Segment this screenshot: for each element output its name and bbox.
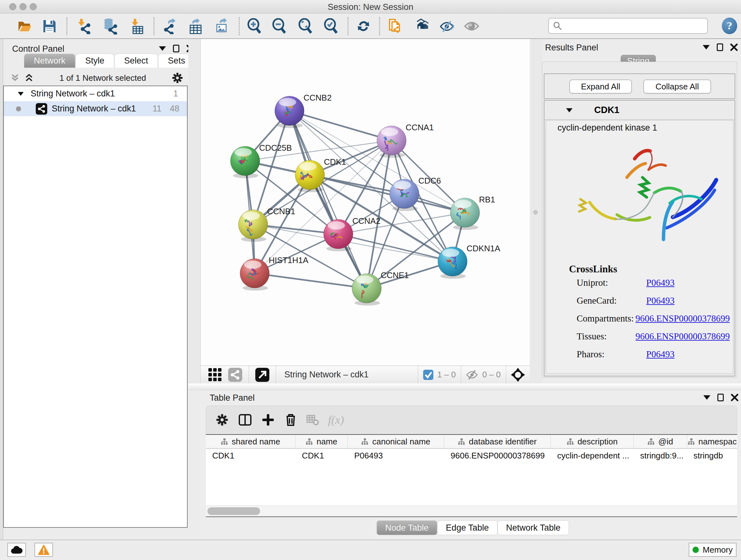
column-header[interactable]: namespac: [687, 435, 737, 448]
selected-checkbox-icon[interactable]: [423, 370, 433, 380]
table-toolbar: f(x): [206, 406, 737, 434]
crosslink-link[interactable]: 9606.ENSP00000378699: [635, 313, 730, 326]
cloud-button[interactable]: [7, 543, 26, 557]
network-share-view-icon[interactable]: [228, 368, 242, 382]
expand-all-button[interactable]: Expand All: [569, 79, 632, 94]
scrollbar-thumb[interactable]: [207, 507, 260, 515]
left-splitter[interactable]: [188, 39, 200, 383]
status-bar: Memory: [0, 540, 741, 560]
network-node-ccna2[interactable]: CCNA2: [324, 216, 381, 251]
birdseye-view-icon[interactable]: [255, 368, 269, 382]
open-session-button[interactable]: [17, 18, 32, 34]
results-panel-menu-icon[interactable]: [703, 45, 710, 50]
network-node-ccne1[interactable]: CCNE1: [352, 270, 409, 306]
table-options-gear-icon[interactable]: [216, 414, 228, 426]
network-share-icon: [36, 103, 47, 115]
help-button[interactable]: ?: [722, 17, 737, 34]
tab-network[interactable]: Network: [24, 54, 75, 68]
network-node-cdkn1a[interactable]: CDKN1A: [438, 244, 500, 279]
network-collection-row[interactable]: String Network – cdk1 1: [4, 86, 187, 101]
hide-panel-button[interactable]: [439, 18, 455, 34]
memory-button[interactable]: Memory: [689, 543, 737, 557]
network-row[interactable]: String Network – cdk1 11 48: [4, 101, 187, 116]
table-splitter[interactable]: [188, 383, 741, 390]
export-table-button[interactable]: [188, 18, 204, 34]
crosslink-link[interactable]: P06493: [646, 295, 675, 308]
network-edge[interactable]: [289, 111, 392, 140]
network-node-ccna1[interactable]: CCNA1: [377, 123, 434, 158]
results-panel-float-icon[interactable]: [717, 44, 723, 51]
home-button[interactable]: [413, 18, 429, 34]
tab-node-table[interactable]: Node Table: [377, 520, 437, 535]
network-node-hist1h1a[interactable]: HIST1H1A: [240, 255, 309, 291]
clone-network-button[interactable]: [388, 18, 404, 34]
selected-count: 1 – 0: [437, 370, 456, 380]
grid-view-icon[interactable]: [208, 368, 222, 382]
add-column-icon[interactable]: [262, 414, 274, 426]
table-panel-close-icon[interactable]: [731, 394, 738, 401]
delete-table-icon[interactable]: [307, 414, 319, 426]
zoom-fit-button[interactable]: [298, 18, 314, 34]
import-table-button[interactable]: [129, 18, 145, 34]
tab-select[interactable]: Select: [114, 54, 158, 68]
import-network-database-button[interactable]: [102, 18, 118, 34]
control-panel-float-icon[interactable]: [173, 45, 179, 52]
import-table-icon: [129, 18, 145, 34]
collapse-all-chevron-icon[interactable]: [10, 73, 20, 83]
export-network-button[interactable]: [162, 18, 178, 34]
right-splitter-handle[interactable]: [533, 210, 538, 214]
zoom-out-button[interactable]: [272, 18, 287, 34]
crosslinks-title: CrossLinks: [569, 263, 617, 275]
search-input[interactable]: [562, 21, 703, 31]
column-header[interactable]: shared name: [206, 435, 295, 448]
table-panel-float-icon[interactable]: [718, 394, 724, 401]
network-edge[interactable]: [310, 175, 465, 212]
node-label: CDC25B: [259, 143, 292, 152]
function-builder-button[interactable]: f(x): [328, 413, 344, 427]
export-table-icon: [188, 18, 204, 34]
search-box[interactable]: [548, 18, 708, 34]
table-header-row: shared name name canonical name database…: [206, 435, 737, 449]
crosslink-link[interactable]: 9606.ENSP00000378699: [635, 331, 730, 344]
import-network-file-button[interactable]: [76, 18, 91, 34]
column-header[interactable]: database identifier: [444, 435, 551, 448]
cdk1-section-header[interactable]: CDK1: [544, 101, 735, 120]
network-node-cdk1[interactable]: CDK1: [295, 157, 346, 192]
network-edge[interactable]: [255, 273, 367, 288]
tab-edge-table[interactable]: Edge Table: [437, 520, 497, 535]
hidden-eye-icon[interactable]: [466, 368, 478, 381]
cdk1-expander-icon[interactable]: [565, 107, 573, 113]
control-panel-menu-icon[interactable]: [159, 46, 166, 51]
warnings-button[interactable]: [35, 543, 53, 557]
network-node-cdc6[interactable]: CDC6: [390, 176, 441, 211]
zoom-selected-button[interactable]: [323, 18, 339, 34]
crosslink-link[interactable]: P06493: [646, 277, 675, 290]
refresh-view-button[interactable]: [355, 18, 372, 34]
tab-style[interactable]: Style: [75, 54, 114, 68]
zoom-in-button[interactable]: [247, 18, 263, 34]
save-session-button[interactable]: [42, 18, 57, 34]
column-header[interactable]: description: [551, 435, 634, 448]
column-header[interactable]: canonical name: [348, 435, 444, 448]
network-canvas[interactable]: CCNB2CCNA1CDC25BCDK1CDC6RB1CCNB1CCNA2CDK…: [200, 39, 530, 366]
column-header[interactable]: @id: [634, 435, 687, 448]
fit-selection-crosshair-icon[interactable]: [511, 368, 525, 382]
expand-all-chevron-icon[interactable]: [24, 73, 34, 83]
table-panel-menu-icon[interactable]: [703, 395, 711, 400]
show-panel-button[interactable]: [464, 18, 480, 34]
delete-column-icon[interactable]: [285, 413, 297, 427]
column-header[interactable]: name: [295, 435, 348, 448]
export-image-button[interactable]: [214, 18, 230, 34]
network-node-ccnb1[interactable]: CCNB1: [239, 206, 295, 242]
network-node-ccnb2[interactable]: CCNB2: [275, 93, 332, 128]
crosslink-link[interactable]: P06493: [646, 349, 675, 362]
collapse-all-button[interactable]: Collapse All: [643, 79, 711, 94]
collection-expander-icon[interactable]: [17, 91, 24, 97]
results-panel-close-icon[interactable]: [730, 44, 738, 51]
tab-network-table[interactable]: Network Table: [497, 520, 569, 535]
table-horizontal-scrollbar[interactable]: [206, 505, 737, 516]
show-columns-icon[interactable]: [239, 414, 252, 426]
network-options-gear-icon[interactable]: [172, 72, 183, 84]
network-node-rb1[interactable]: RB1: [450, 195, 495, 230]
table-row[interactable]: CDK1 CDK1 P06493 9606.ENSP00000378699 cy…: [206, 449, 737, 463]
